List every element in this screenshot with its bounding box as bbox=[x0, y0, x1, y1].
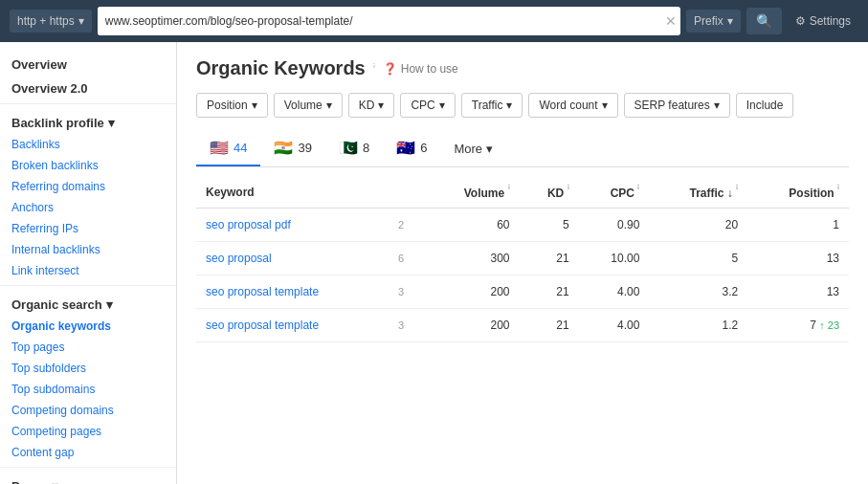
sidebar-overview[interactable]: Overview bbox=[0, 52, 176, 76]
filter-bar: Position ▾ Volume ▾ KD ▾ CPC ▾ Traffic ▾… bbox=[196, 93, 849, 118]
clear-url-button[interactable]: ✕ bbox=[661, 13, 680, 29]
traffic-filter[interactable]: Traffic ▾ bbox=[461, 93, 523, 118]
table-row: seo proposal template 3 200 21 4.00 3.2 … bbox=[196, 275, 849, 309]
col-num: 6 bbox=[398, 253, 404, 264]
col-header-keyword: Keyword bbox=[196, 177, 389, 209]
sidebar-item-referring-domains[interactable]: Referring domains bbox=[0, 176, 176, 197]
sidebar-item-competing-pages[interactable]: Competing pages bbox=[0, 421, 176, 442]
organic-chevron-icon: ▾ bbox=[106, 297, 113, 312]
position-info-icon[interactable]: ⁱ bbox=[837, 185, 839, 194]
flag-tabs: 🇺🇸 44 🇮🇳 39 🇵🇰 8 🇦🇺 6 More ▾ bbox=[196, 131, 849, 167]
pages-chevron-icon: ▾ bbox=[52, 479, 58, 484]
main-content: Organic Keywords ⁱ ❓ How to use Position… bbox=[177, 42, 868, 484]
sidebar-item-anchors[interactable]: Anchors bbox=[0, 197, 176, 218]
col-header-volume: Volume ⁱ bbox=[425, 177, 520, 209]
traffic-filter-arrow: ▾ bbox=[506, 99, 512, 112]
volume-cell: 60 bbox=[425, 209, 520, 242]
position-cell: 1 bbox=[747, 209, 849, 242]
au-count: 6 bbox=[420, 141, 427, 155]
sidebar-item-top-pages[interactable]: Top pages bbox=[0, 337, 176, 358]
search-button[interactable]: 🔍 bbox=[746, 8, 782, 34]
prefix-dropdown[interactable]: Prefix ▾ bbox=[686, 10, 741, 33]
prefix-label: Prefix bbox=[694, 14, 723, 28]
flag-tab-in[interactable]: 🇮🇳 39 bbox=[260, 131, 324, 166]
traffic-info-icon[interactable]: ⁱ bbox=[736, 185, 738, 194]
sidebar-organic-label: Organic search bbox=[11, 297, 102, 312]
cpc-filter[interactable]: CPC ▾ bbox=[400, 93, 455, 118]
sidebar-item-referring-ips[interactable]: Referring IPs bbox=[0, 218, 176, 239]
table-row: seo proposal template 3 200 21 4.00 1.2 … bbox=[196, 309, 849, 342]
position-filter-label: Position bbox=[207, 99, 248, 112]
col-num-cell: 3 bbox=[389, 275, 425, 309]
col-header-traffic: Traffic ↓ ⁱ bbox=[649, 177, 747, 209]
col-num: 3 bbox=[398, 286, 404, 297]
col-num-cell: 6 bbox=[389, 242, 425, 275]
sidebar-item-organic-keywords[interactable]: Organic keywords bbox=[0, 316, 176, 337]
keyword-cell: seo proposal bbox=[196, 242, 389, 275]
table-header-row: Keyword Volume ⁱ KD ⁱ CPC ⁱ Traffic ↓ ⁱ … bbox=[196, 177, 849, 209]
keyword-cell: seo proposal template bbox=[196, 309, 389, 342]
sidebar-item-top-subfolders[interactable]: Top subfolders bbox=[0, 358, 176, 379]
table-row: seo proposal 6 300 21 10.00 5 13 bbox=[196, 242, 849, 275]
flag-tab-pk[interactable]: 🇵🇰 8 bbox=[325, 131, 383, 166]
sidebar-overview2[interactable]: Overview 2.0 bbox=[0, 76, 176, 99]
in-count: 39 bbox=[298, 141, 311, 155]
include-button[interactable]: Include bbox=[736, 93, 794, 118]
url-input[interactable] bbox=[98, 7, 661, 35]
sidebar-organic-search[interactable]: Organic search ▾ bbox=[0, 290, 176, 316]
word-count-filter-label: Word count bbox=[539, 99, 597, 112]
volume-filter[interactable]: Volume ▾ bbox=[274, 93, 343, 118]
sidebar-item-content-gap[interactable]: Content gap bbox=[0, 442, 176, 463]
how-to-use-link[interactable]: ❓ How to use bbox=[383, 62, 458, 76]
kd-filter[interactable]: KD ▾ bbox=[348, 93, 395, 118]
volume-cell: 200 bbox=[425, 309, 520, 342]
au-flag-icon: 🇦🇺 bbox=[396, 139, 415, 157]
serp-features-filter[interactable]: SERP features ▾ bbox=[624, 93, 730, 118]
col-num: 3 bbox=[398, 319, 404, 331]
flag-tab-au[interactable]: 🇦🇺 6 bbox=[383, 131, 440, 166]
in-flag-icon: 🇮🇳 bbox=[274, 139, 293, 157]
keyword-link[interactable]: seo proposal pdf bbox=[206, 218, 291, 231]
protocol-dropdown[interactable]: http + https ▾ bbox=[10, 10, 92, 33]
word-count-filter[interactable]: Word count ▾ bbox=[528, 93, 617, 118]
more-chevron-icon: ▾ bbox=[486, 142, 493, 156]
keyword-cell: seo proposal pdf bbox=[196, 209, 389, 242]
cpc-filter-arrow: ▾ bbox=[439, 99, 445, 112]
sidebar-item-link-intersect[interactable]: Link intersect bbox=[0, 260, 176, 281]
cpc-cell: 10.00 bbox=[579, 242, 650, 275]
keyword-link[interactable]: seo proposal bbox=[206, 252, 272, 265]
cpc-info-icon[interactable]: ⁱ bbox=[637, 185, 639, 194]
cpc-cell: 4.00 bbox=[579, 309, 650, 342]
sidebar-pages[interactable]: Pages ▾ bbox=[0, 472, 176, 484]
keywords-table: Keyword Volume ⁱ KD ⁱ CPC ⁱ Traffic ↓ ⁱ … bbox=[196, 177, 849, 342]
page-title-info-icon[interactable]: ⁱ bbox=[373, 62, 375, 75]
sidebar-item-top-subdomains[interactable]: Top subdomains bbox=[0, 379, 176, 400]
sidebar-item-competing-domains[interactable]: Competing domains bbox=[0, 400, 176, 421]
kd-cell: 21 bbox=[520, 309, 579, 342]
sidebar-item-internal-backlinks[interactable]: Internal backlinks bbox=[0, 239, 176, 260]
kd-filter-label: KD bbox=[359, 99, 375, 112]
settings-button[interactable]: ⚙ Settings bbox=[788, 10, 858, 33]
position-cell: 13 bbox=[747, 275, 849, 309]
serp-features-filter-label: SERP features bbox=[634, 99, 710, 112]
kd-info-icon[interactable]: ⁱ bbox=[568, 185, 569, 194]
keyword-link[interactable]: seo proposal template bbox=[206, 285, 319, 298]
word-count-filter-arrow: ▾ bbox=[602, 99, 608, 112]
position-filter[interactable]: Position ▾ bbox=[196, 93, 268, 118]
kd-filter-arrow: ▾ bbox=[378, 99, 384, 112]
position-cell: 7 ↑ 23 bbox=[747, 309, 849, 342]
more-label: More bbox=[454, 142, 482, 156]
more-tab[interactable]: More ▾ bbox=[440, 134, 506, 164]
sidebar-item-backlinks[interactable]: Backlinks bbox=[0, 134, 176, 155]
sidebar-backlink-profile[interactable]: Backlink profile ▾ bbox=[0, 108, 176, 134]
keyword-link[interactable]: seo proposal template bbox=[206, 319, 319, 332]
us-count: 44 bbox=[234, 141, 247, 155]
us-flag-icon: 🇺🇸 bbox=[210, 139, 229, 157]
pk-count: 8 bbox=[363, 141, 369, 155]
volume-info-icon[interactable]: ⁱ bbox=[508, 185, 510, 194]
kd-cell: 21 bbox=[520, 242, 579, 275]
sidebar-item-broken-backlinks[interactable]: Broken backlinks bbox=[0, 155, 176, 176]
traffic-filter-label: Traffic bbox=[472, 99, 503, 112]
col-header-cpc: CPC ⁱ bbox=[579, 177, 650, 209]
flag-tab-us[interactable]: 🇺🇸 44 bbox=[196, 131, 260, 166]
